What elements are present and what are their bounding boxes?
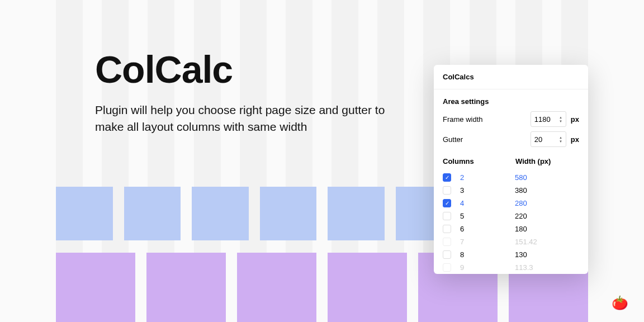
plugin-panel: ColCalcs Area settings Frame width 1180 … (434, 65, 588, 274)
column-row[interactable]: 8130 (443, 248, 579, 261)
column-width: 180 (515, 225, 527, 233)
frame-width-label: Frame width (443, 115, 531, 124)
demo-purple-cell (146, 253, 226, 322)
area-settings-heading: Area settings (443, 97, 579, 106)
column-row[interactable]: 3380 (443, 184, 579, 197)
width-heading: Width (px) (515, 157, 551, 165)
columns-heading: Columns (443, 157, 515, 165)
column-width: 130 (515, 250, 527, 259)
gutter-input[interactable]: 20 ▲▼ (531, 131, 566, 147)
column-checkbox[interactable] (443, 263, 451, 272)
frame-width-unit: px (571, 115, 579, 124)
hero-description: Plugin will help you choose right page s… (95, 102, 386, 136)
column-count: 9 (460, 263, 515, 272)
column-width: 220 (515, 212, 527, 220)
demo-blue-cell (124, 187, 181, 240)
column-checkbox[interactable] (443, 186, 451, 195)
demo-purple-cell (328, 253, 407, 322)
column-count: 7 (460, 238, 515, 246)
demo-purple-cell (237, 253, 316, 322)
column-width: 280 (515, 199, 527, 207)
gutter-unit: px (571, 135, 579, 144)
column-row[interactable]: 5220 (443, 210, 579, 222)
column-checkbox[interactable] (443, 225, 451, 233)
tomato-icon: 🍅 (612, 295, 628, 311)
hero: ColCalc Plugin will help you choose righ… (95, 50, 386, 136)
column-row[interactable]: 6180 (443, 222, 579, 235)
hero-title: ColCalc (95, 50, 386, 88)
frame-width-row: Frame width 1180 ▲▼ px (443, 111, 579, 127)
column-count: 4 (460, 199, 515, 207)
column-width: 113.3 (515, 263, 533, 272)
column-count: 5 (460, 212, 515, 220)
column-checkbox[interactable]: ✓ (443, 173, 451, 182)
column-checkbox[interactable] (443, 212, 451, 220)
frame-width-input[interactable]: 1180 ▲▼ (531, 111, 566, 127)
column-width: 580 (515, 173, 527, 182)
column-width: 151.42 (515, 238, 537, 246)
stepper-icon[interactable]: ▲▼ (559, 116, 562, 123)
column-row[interactable]: 7151.42 (443, 235, 579, 248)
column-row[interactable]: ✓2580 (443, 171, 579, 184)
gutter-label: Gutter (443, 135, 531, 144)
demo-blue-cell (192, 187, 249, 240)
column-count: 2 (460, 173, 515, 182)
column-width: 380 (515, 186, 527, 195)
demo-blue-cell (260, 187, 317, 240)
column-row[interactable]: ✓4280 (443, 197, 579, 210)
column-count: 8 (460, 250, 515, 259)
panel-title: ColCalcs (434, 65, 588, 89)
demo-blue-cell (328, 187, 385, 240)
column-checkbox[interactable] (443, 250, 451, 259)
demo-blue-cell (56, 187, 113, 240)
column-checkbox[interactable] (443, 238, 451, 246)
columns-list: ✓25803380✓4280522061807151.4281309113.3 (443, 171, 579, 274)
gutter-row: Gutter 20 ▲▼ px (443, 131, 579, 147)
column-row[interactable]: 9113.3 (443, 261, 579, 274)
demo-purple-cell (56, 253, 135, 322)
column-count: 3 (460, 186, 515, 195)
column-checkbox[interactable]: ✓ (443, 199, 451, 207)
column-count: 6 (460, 225, 515, 233)
stepper-icon[interactable]: ▲▼ (559, 136, 562, 143)
columns-header: Columns Width (px) (443, 157, 579, 165)
